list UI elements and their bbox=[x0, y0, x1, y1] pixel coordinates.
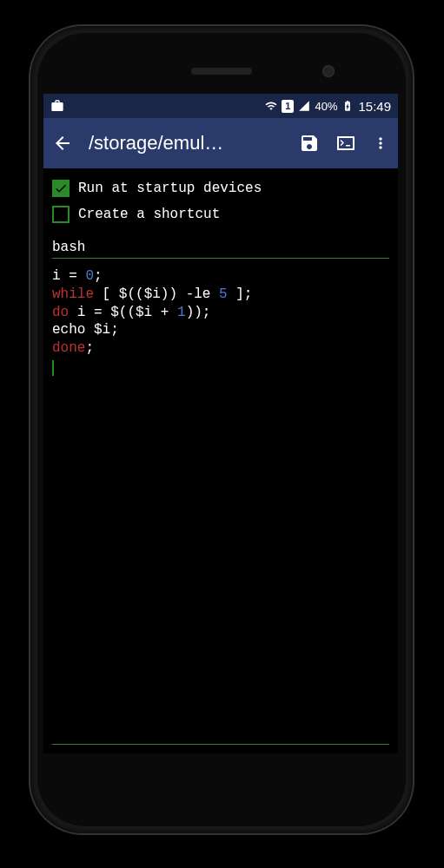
battery-icon bbox=[341, 100, 354, 112]
code-token: do bbox=[52, 305, 69, 320]
checkmark-icon bbox=[54, 181, 68, 195]
battery-percentage: 40% bbox=[315, 100, 337, 113]
app-bar: /storage/emul… bbox=[43, 118, 398, 168]
text-cursor bbox=[52, 360, 54, 376]
code-token: ; bbox=[94, 268, 103, 284]
save-icon[interactable] bbox=[299, 133, 320, 154]
phone-speaker bbox=[191, 68, 252, 75]
sim-badge: 1 bbox=[282, 100, 294, 113]
checkbox-row-startup[interactable]: Run at startup devices bbox=[52, 175, 389, 201]
code-token: i = $(($i + bbox=[69, 305, 177, 320]
code-token: ; bbox=[85, 340, 94, 356]
code-token: = bbox=[61, 268, 86, 284]
checkbox-shortcut[interactable] bbox=[52, 206, 70, 223]
status-clock: 15:49 bbox=[358, 99, 391, 114]
status-right: 1 40% 15:49 bbox=[265, 99, 391, 114]
signal-icon bbox=[298, 100, 310, 112]
divider-bottom bbox=[52, 744, 389, 745]
checkbox-startup[interactable] bbox=[52, 180, 70, 197]
code-token: )); bbox=[186, 305, 211, 320]
status-left bbox=[50, 99, 64, 113]
briefcase-icon bbox=[50, 99, 64, 113]
code-token: 5 bbox=[219, 286, 228, 302]
code-token: done bbox=[52, 340, 85, 356]
code-token: 1 bbox=[177, 305, 186, 320]
code-token: ]; bbox=[228, 286, 253, 302]
content-area: Run at startup devices Create a shortcut… bbox=[43, 168, 398, 700]
code-token: echo $i; bbox=[52, 322, 119, 338]
code-token: 0 bbox=[85, 268, 94, 284]
screen: 1 40% 15:49 /storage/emul… bbox=[43, 94, 398, 753]
code-token: while bbox=[52, 286, 94, 302]
divider-top bbox=[52, 258, 389, 259]
checkbox-row-shortcut[interactable]: Create a shortcut bbox=[52, 201, 389, 227]
terminal-icon[interactable] bbox=[335, 133, 356, 154]
app-bar-title: /storage/emul… bbox=[89, 132, 283, 155]
wifi-icon bbox=[265, 100, 277, 112]
checkbox-label-shortcut: Create a shortcut bbox=[78, 207, 220, 222]
code-editor[interactable]: i = 0; while [ $(($i)) -le 5 ]; do i = $… bbox=[52, 267, 389, 693]
back-arrow-icon[interactable] bbox=[52, 133, 73, 154]
code-token: [ $(($i)) -le bbox=[94, 286, 219, 302]
phone-camera bbox=[322, 65, 335, 77]
checkbox-label-startup: Run at startup devices bbox=[78, 181, 262, 196]
status-bar: 1 40% 15:49 bbox=[43, 94, 398, 118]
script-language-label: bash bbox=[52, 240, 389, 258]
code-token: i bbox=[52, 268, 61, 284]
more-icon[interactable] bbox=[372, 133, 389, 154]
